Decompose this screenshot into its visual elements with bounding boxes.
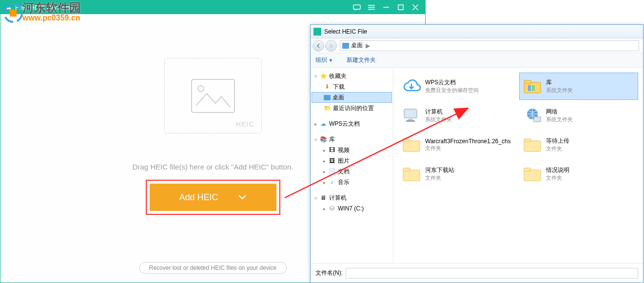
file-item[interactable]: 河东下载站文件夹: [398, 160, 517, 188]
svg-rect-26: [524, 168, 531, 171]
file-sub: 免费且安全的储存空间: [425, 87, 479, 94]
tree-downloads[interactable]: ⬇下载: [312, 81, 392, 92]
nav-back-button[interactable]: [312, 40, 324, 52]
svg-rect-16: [406, 120, 415, 122]
file-item[interactable]: WPS云文档免费且安全的储存空间: [398, 73, 517, 100]
dialog-toolbar: 组织▼ 新建文件夹: [311, 53, 643, 68]
svg-rect-23: [403, 170, 420, 181]
file-dialog: Select HEIC File 桌面 ▶ 组织▼ 新建文件夹 ▿⭐收藏夹 ⬇下…: [310, 24, 644, 283]
svg-rect-22: [524, 139, 531, 142]
maximize-icon[interactable]: [395, 1, 407, 13]
breadcrumb[interactable]: 桌面 ▶: [340, 40, 639, 51]
svg-rect-11: [524, 80, 531, 83]
svg-rect-19: [403, 141, 420, 151]
menu-icon[interactable]: [366, 1, 377, 13]
svg-rect-28: [10, 10, 17, 17]
file-name: 库: [546, 78, 573, 87]
recover-link[interactable]: Recover lost or deleted HEIC files on yo…: [139, 262, 287, 274]
svg-rect-5: [398, 5, 403, 10]
image-placeholder-icon: [191, 79, 235, 113]
filename-input[interactable]: [346, 268, 638, 279]
file-sub: 文件夹: [546, 174, 569, 182]
tree-desktop[interactable]: 桌面: [312, 92, 392, 103]
svg-rect-18: [534, 117, 541, 122]
svg-rect-0: [353, 5, 360, 9]
tree-music[interactable]: ▸♪音乐: [312, 177, 392, 188]
tree-favorites[interactable]: ▿⭐收藏夹: [312, 71, 392, 81]
file-name: 网络: [546, 108, 573, 116]
watermark-logo-icon: [3, 3, 23, 23]
file-item[interactable]: 计算机系统文件夹: [398, 102, 517, 129]
dialog-title: Select HEIC File: [324, 28, 367, 35]
minimize-icon[interactable]: [380, 1, 392, 13]
dialog-nav: 桌面 ▶: [311, 38, 643, 53]
tree-win7[interactable]: ▸⛁WIN7 (C:): [312, 203, 392, 214]
drop-zone[interactable]: HEIC: [164, 58, 262, 133]
close-icon[interactable]: [410, 1, 421, 13]
svg-rect-13: [532, 85, 535, 91]
file-sub: 系统文件夹: [546, 116, 573, 123]
dialog-titlebar: Select HEIC File: [311, 25, 643, 38]
svg-rect-24: [403, 168, 410, 171]
file-item[interactable]: 情况说明文件夹: [519, 160, 638, 188]
file-sub: 文件夹: [546, 145, 569, 152]
folder-tree: ▿⭐收藏夹 ⬇下载 桌面 📁最近访问的位置 ▸☁WPS云文档 ▿📚库 ▸🎞视频 …: [311, 68, 393, 263]
file-item[interactable]: Warcraft3FrozenThrone1.26_chs文件夹: [398, 131, 517, 158]
svg-rect-8: [192, 79, 234, 113]
dialog-footer: 文件名(N):: [311, 263, 643, 283]
svg-rect-15: [408, 119, 413, 120]
svg-point-9: [198, 86, 204, 92]
tree-libraries[interactable]: ▿📚库: [312, 134, 392, 145]
file-name: 情况说明: [546, 166, 569, 174]
folder-icon: [523, 135, 542, 154]
file-name: WPS云文档: [425, 78, 479, 87]
filename-label: 文件名(N):: [315, 269, 343, 277]
file-sub: 系统文件夹: [546, 87, 573, 94]
svg-rect-14: [404, 109, 417, 118]
chevron-down-icon: [238, 194, 247, 200]
file-item[interactable]: 网络系统文件夹: [519, 102, 638, 129]
drag-instruction: Drag HEIC file(s) here or click "Add HEI…: [133, 163, 293, 171]
folder-icon: [402, 135, 421, 154]
file-list: WPS云文档免费且安全的储存空间库系统文件夹计算机系统文件夹网络系统文件夹War…: [393, 68, 643, 263]
svg-rect-21: [524, 141, 541, 151]
pc-icon: [402, 106, 421, 125]
watermark-text: 河东软件园: [22, 1, 81, 14]
tree-computer[interactable]: ▿🖥计算机: [312, 192, 392, 203]
file-name: 等待上传: [546, 137, 569, 145]
watermark-url: www.pc0359.cn: [22, 14, 81, 22]
nav-forward-button[interactable]: [325, 40, 337, 52]
tree-documents[interactable]: ▸📄文档: [312, 166, 392, 177]
add-heic-label: Add HEIC: [179, 192, 218, 203]
feedback-icon[interactable]: [351, 1, 363, 13]
add-button-highlight: Add HEIC: [146, 180, 280, 215]
tree-pictures[interactable]: ▸🖼图片: [312, 155, 392, 166]
lib-icon: [523, 76, 542, 96]
svg-rect-12: [528, 85, 531, 91]
file-item[interactable]: 等待上传文件夹: [519, 131, 638, 158]
file-name: 计算机: [425, 108, 452, 116]
organize-button[interactable]: 组织▼: [315, 56, 333, 64]
net-icon: [523, 106, 542, 125]
new-folder-button[interactable]: 新建文件夹: [347, 56, 376, 64]
breadcrumb-text: 桌面: [351, 41, 363, 50]
svg-rect-25: [524, 170, 541, 181]
dialog-app-icon: [313, 28, 321, 36]
folder-icon: [523, 164, 542, 184]
folder-icon: [402, 164, 421, 184]
file-name: Warcraft3FrozenThrone1.26_chs: [425, 138, 511, 145]
tree-wps[interactable]: ▸☁WPS云文档: [312, 118, 392, 129]
file-item[interactable]: 库系统文件夹: [519, 73, 638, 100]
file-name: 河东下载站: [425, 166, 454, 174]
cloud-icon: [402, 76, 421, 96]
tree-videos[interactable]: ▸🎞视频: [312, 145, 392, 155]
file-sub: 文件夹: [425, 174, 454, 182]
heic-label: HEIC: [236, 120, 254, 128]
tree-recent[interactable]: 📁最近访问的位置: [312, 103, 392, 113]
watermark: 河东软件园 www.pc0359.cn: [1, 0, 81, 22]
desktop-icon: [342, 43, 349, 49]
file-sub: 系统文件夹: [425, 116, 452, 123]
svg-rect-20: [403, 139, 410, 142]
file-sub: 文件夹: [425, 145, 511, 152]
add-heic-button[interactable]: Add HEIC: [150, 184, 276, 211]
